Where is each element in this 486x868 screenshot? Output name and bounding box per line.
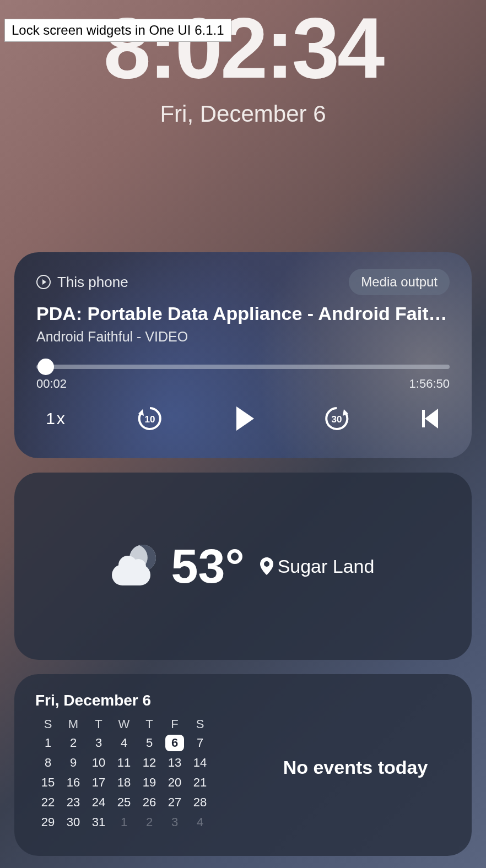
calendar-day[interactable]: 13 [162, 755, 187, 771]
calendar-dow-header: S [187, 717, 213, 731]
calendar-day[interactable]: 10 [86, 755, 111, 771]
calendar-day[interactable]: 17 [86, 774, 111, 791]
media-player-widget[interactable]: This phone Media output PDA: Portable Da… [14, 252, 472, 458]
media-elapsed-time: 00:02 [36, 377, 67, 391]
calendar-day[interactable]: 30 [61, 814, 86, 831]
calendar-day[interactable]: 21 [187, 774, 213, 791]
calendar-day[interactable]: 23 [61, 794, 86, 811]
weather-location-label: Sugar Land [278, 556, 375, 577]
weather-temperature: 53° [171, 538, 245, 594]
cast-icon [36, 275, 51, 289]
calendar-day[interactable]: 14 [187, 755, 213, 771]
calendar-dow-header: S [35, 717, 61, 731]
calendar-dow-header: T [137, 717, 162, 731]
media-progress-thumb[interactable] [37, 359, 54, 375]
calendar-day[interactable]: 2 [137, 814, 162, 831]
forward-30-button[interactable]: 30 [321, 403, 352, 434]
calendar-dow-header: T [86, 717, 111, 731]
calendar-day[interactable]: 4 [111, 735, 137, 751]
forward-icon: 30 [323, 405, 350, 432]
calendar-dow-header: W [111, 717, 137, 731]
calendar-day[interactable]: 3 [86, 735, 111, 751]
media-source[interactable]: This phone [36, 274, 128, 291]
calendar-day[interactable]: 12 [137, 755, 162, 771]
calendar-day[interactable]: 7 [187, 735, 213, 751]
svg-text:10: 10 [144, 414, 155, 425]
calendar-grid: SMTWTFS123456789101112131415161718192021… [35, 717, 256, 831]
calendar-day[interactable]: 1 [35, 735, 61, 751]
calendar-day-today[interactable]: 6 [165, 735, 184, 751]
calendar-day[interactable]: 2 [61, 735, 86, 751]
rewind-10-button[interactable]: 10 [134, 403, 165, 434]
calendar-day[interactable]: 11 [111, 755, 137, 771]
calendar-day[interactable]: 1 [111, 814, 137, 831]
media-title: PDA: Portable Data Appliance - Android F… [36, 303, 450, 324]
calendar-dow-header: M [61, 717, 86, 731]
media-subtitle: Android Faithful - VIDEO [36, 329, 450, 345]
play-icon [236, 406, 254, 431]
play-button[interactable] [228, 403, 258, 434]
rewind-icon: 10 [136, 405, 164, 432]
calendar-day[interactable]: 3 [162, 814, 187, 831]
calendar-day[interactable]: 8 [35, 755, 61, 771]
calendar-day[interactable]: 29 [35, 814, 61, 831]
partly-cloudy-night-icon [112, 541, 161, 591]
weather-widget[interactable]: 53° Sugar Land [14, 473, 472, 660]
tooltip-label: Lock screen widgets in One UI 6.1.1 [4, 19, 231, 42]
calendar-day[interactable]: 27 [162, 794, 187, 811]
calendar-day[interactable]: 20 [162, 774, 187, 791]
calendar-day[interactable]: 18 [111, 774, 137, 791]
calendar-day[interactable]: 26 [137, 794, 162, 811]
previous-track-button[interactable] [414, 403, 445, 434]
svg-text:30: 30 [331, 414, 342, 425]
weather-location[interactable]: Sugar Land [260, 556, 375, 577]
calendar-dow-header: F [162, 717, 187, 731]
calendar-day[interactable]: 31 [86, 814, 111, 831]
playback-speed-button[interactable]: 1x [41, 403, 72, 434]
calendar-day[interactable]: 15 [35, 774, 61, 791]
clock-date: Fri, December 6 [0, 101, 486, 127]
calendar-day[interactable]: 24 [86, 794, 111, 811]
calendar-title: Fri, December 6 [35, 692, 256, 709]
calendar-events-text: No events today [256, 692, 472, 843]
media-duration-time: 1:56:50 [409, 377, 450, 391]
calendar-day[interactable]: 9 [61, 755, 86, 771]
calendar-day[interactable]: 25 [111, 794, 137, 811]
calendar-day[interactable]: 16 [61, 774, 86, 791]
calendar-day[interactable]: 28 [187, 794, 213, 811]
media-progress-slider[interactable] [36, 365, 450, 369]
media-source-label: This phone [57, 274, 128, 291]
previous-track-icon [422, 409, 438, 428]
calendar-day[interactable]: 5 [137, 735, 162, 751]
calendar-day[interactable]: 19 [137, 774, 162, 791]
calendar-day[interactable]: 22 [35, 794, 61, 811]
calendar-day[interactable]: 4 [187, 814, 213, 831]
calendar-widget[interactable]: Fri, December 6 SMTWTFS12345678910111213… [14, 674, 472, 856]
location-pin-icon [260, 557, 273, 575]
media-output-button[interactable]: Media output [349, 269, 450, 295]
